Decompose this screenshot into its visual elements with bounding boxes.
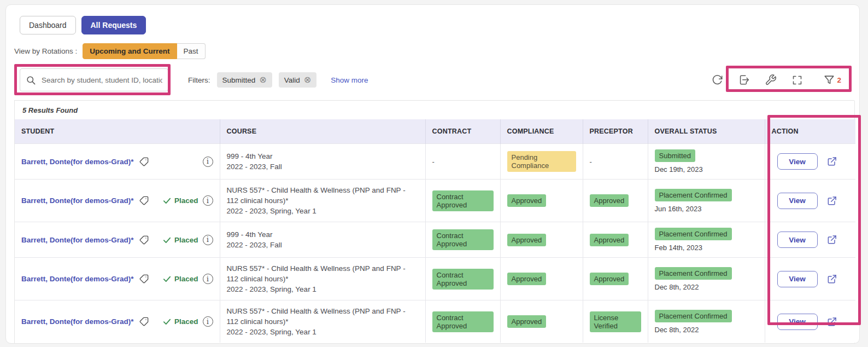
action-cell: View (765, 180, 855, 222)
filter-chip-valid[interactable]: Valid ⊗ (279, 72, 316, 88)
tag-icon[interactable] (139, 235, 149, 245)
student-cell: Barrett, Donte(for demos-Grad)* (15, 144, 220, 180)
external-link-icon[interactable] (826, 234, 837, 245)
student-link[interactable]: Barrett, Donte(for demos-Grad)* (21, 236, 134, 244)
contract-cell: Contract Approved (425, 180, 500, 222)
preceptor-cell: License Verified (583, 300, 648, 343)
course-name: 999 - 4th Year (227, 151, 419, 161)
check-icon (162, 235, 172, 245)
remove-chip-icon[interactable]: ⊗ (304, 76, 311, 84)
results-grid: 5 Results Found STUDENT COURSE CONTRACT … (14, 101, 855, 344)
table-row: Barrett, Donte(for demos-Grad)* (15, 144, 855, 180)
header-overall-status[interactable]: OVERALL STATUS (648, 119, 765, 144)
header-student[interactable]: STUDENT (15, 119, 220, 144)
info-icon[interactable]: i (203, 195, 213, 206)
view-by-rotations: View by Rotations : Upcoming and Current… (14, 43, 854, 59)
external-link-icon[interactable] (826, 316, 837, 327)
check-icon (162, 196, 172, 205)
tag-icon[interactable] (139, 274, 149, 284)
action-cell: View (765, 144, 855, 180)
info-icon[interactable]: i (203, 316, 213, 327)
filter-chip-submitted[interactable]: Submitted ⊗ (217, 72, 272, 88)
tools-icon[interactable] (765, 74, 777, 86)
view-button[interactable]: View (777, 232, 818, 248)
overall-status-cell: Placement Confirmed Feb 14th, 2023 (648, 222, 765, 258)
preceptor-badge: Approved (590, 234, 629, 246)
placed-indicator: Placed (162, 196, 198, 205)
student-link[interactable]: Barrett, Donte(for demos-Grad)* (21, 317, 134, 326)
search-box[interactable] (20, 68, 168, 91)
preceptor-cell: Approved (583, 180, 648, 222)
rotation-past[interactable]: Past (177, 43, 206, 59)
info-icon[interactable]: i (203, 274, 213, 284)
overall-status-date: Dec 8th, 2022 (655, 283, 758, 291)
search-input[interactable] (42, 76, 162, 84)
table-row: Barrett, Donte(for demos-Grad)* (15, 180, 855, 222)
external-link-icon[interactable] (826, 274, 837, 285)
table-row: Barrett, Donte(for demos-Grad)* (15, 300, 855, 343)
contract-badge: Contract Approved (432, 269, 494, 290)
refresh-icon[interactable] (711, 74, 723, 86)
header-preceptor[interactable]: PRECEPTOR (583, 119, 648, 144)
results-summary: 5 Results Found (15, 101, 854, 119)
student-cell: Barrett, Donte(for demos-Grad)* (15, 300, 220, 343)
view-button[interactable]: View (777, 193, 818, 209)
info-icon[interactable]: i (203, 157, 213, 167)
contract-badge: Contract Approved (432, 190, 494, 211)
preceptor-cell: Approved (583, 222, 648, 258)
tag-icon[interactable] (139, 157, 149, 167)
course-name: NURS 557* - Child Health & Wellness (PNP… (227, 306, 419, 327)
external-link-icon[interactable] (826, 156, 837, 167)
tab-dashboard[interactable]: Dashboard (20, 16, 76, 34)
student-link[interactable]: Barrett, Donte(for demos-Grad)* (21, 196, 134, 205)
top-tabs: Dashboard All Requests (14, 16, 854, 34)
overall-status-badge: Placement Confirmed (655, 267, 732, 280)
check-icon (162, 274, 172, 284)
overall-status-badge: Submitted (655, 149, 696, 162)
filter-count-badge: 2 (837, 76, 841, 84)
header-course[interactable]: COURSE (220, 119, 425, 144)
student-cell: Barrett, Donte(for demos-Grad)* (15, 258, 220, 300)
view-button[interactable]: View (777, 153, 818, 170)
course-name: NURS 557* - Child Health & Wellness (PNP… (227, 185, 419, 206)
table-toolbar: 2 (711, 74, 841, 86)
requests-table: STUDENT COURSE CONTRACT COMPLIANCE PRECE… (15, 119, 855, 343)
placed-indicator: Placed (162, 317, 198, 326)
table-row: Barrett, Donte(for demos-Grad)* (15, 222, 855, 258)
contract-cell: - (425, 144, 500, 180)
header-action[interactable]: ACTION (765, 119, 855, 144)
student-link[interactable]: Barrett, Donte(for demos-Grad)* (21, 275, 134, 283)
show-more-link[interactable]: Show more (331, 76, 368, 84)
preceptor-badge: Approved (590, 273, 629, 285)
preceptor-cell: - (583, 144, 648, 180)
student-cell: Barrett, Donte(for demos-Grad)* (15, 222, 220, 258)
info-icon[interactable]: i (203, 235, 213, 245)
student-link[interactable]: Barrett, Donte(for demos-Grad)* (21, 158, 134, 166)
contract-badge: Contract Approved (432, 311, 494, 332)
view-button[interactable]: View (777, 271, 818, 287)
tag-icon[interactable] (139, 195, 149, 206)
compliance-cell: Approved (500, 258, 583, 300)
header-compliance[interactable]: COMPLIANCE (500, 119, 583, 144)
overall-status-date: Dec 8th, 2022 (655, 326, 758, 334)
filter-icon[interactable]: 2 (823, 74, 841, 86)
course-cell: 999 - 4th Year 2022 - 2023, Fall (220, 144, 425, 180)
action-cell: View (765, 222, 855, 258)
course-cell: NURS 557* - Child Health & Wellness (PNP… (220, 300, 425, 343)
header-contract[interactable]: CONTRACT (425, 119, 500, 144)
fullscreen-icon[interactable] (791, 74, 803, 86)
tab-all-requests[interactable]: All Requests (81, 16, 146, 34)
external-link-icon[interactable] (826, 195, 837, 206)
course-term: 2022 - 2023, Spring, Year 1 (227, 327, 419, 337)
course-term: 2022 - 2023, Spring, Year 1 (227, 206, 419, 216)
action-cell: View (765, 258, 855, 300)
compliance-badge: Approved (507, 315, 547, 328)
export-icon[interactable] (738, 74, 750, 86)
rotation-upcoming-current[interactable]: Upcoming and Current (83, 43, 177, 59)
view-button[interactable]: View (777, 314, 818, 330)
overall-status-badge: Placement Confirmed (655, 310, 732, 322)
remove-chip-icon[interactable]: ⊗ (259, 76, 266, 84)
compliance-badge: Approved (507, 273, 547, 285)
tag-icon[interactable] (139, 316, 149, 327)
placed-indicator: Placed (162, 235, 198, 245)
